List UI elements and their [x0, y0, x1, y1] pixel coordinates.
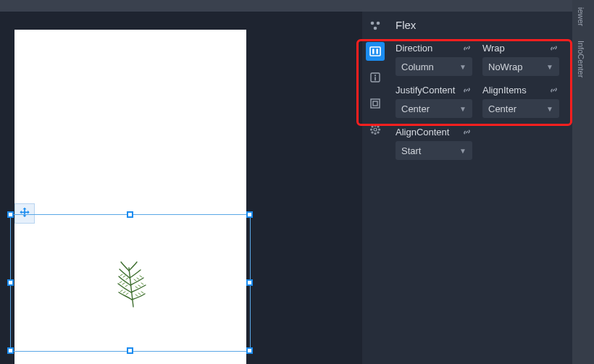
direction-dropdown[interactable]: Column ▼ [396, 57, 472, 76]
dropdown-value: NoWrap [488, 62, 522, 72]
dropdown-value: Center [488, 103, 516, 114]
prop-wrap: Wrap NoWrap ▼ [482, 41, 559, 76]
move-icon [17, 206, 32, 221]
svg-point-18 [372, 132, 373, 133]
svg-rect-9 [371, 99, 380, 108]
resize-handle[interactable] [7, 347, 14, 354]
top-toolbar [0, 0, 594, 12]
side-tab-infocenter[interactable]: InfoCenter [572, 33, 590, 85]
prop-label: Direction [396, 43, 432, 54]
link-icon[interactable] [548, 43, 559, 54]
align-content-dropdown[interactable]: Start ▼ [396, 141, 472, 160]
dropdown-value: Center [401, 103, 430, 114]
chevron-down-icon: ▼ [546, 63, 553, 71]
settings-category-icon[interactable] [366, 120, 385, 139]
justify-content-dropdown[interactable]: Center ▼ [396, 99, 472, 118]
prop-justify-content: JustifyContent Center ▼ [396, 83, 472, 118]
svg-point-16 [372, 126, 373, 127]
svg-point-2 [374, 27, 377, 30]
chevron-down-icon: ▼ [459, 105, 467, 113]
canvas-area[interactable] [0, 12, 362, 364]
prop-align-items: AlignItems Center ▼ [482, 83, 559, 118]
svg-rect-4 [372, 49, 375, 54]
chevron-down-icon: ▼ [546, 105, 553, 113]
svg-point-14 [371, 129, 372, 130]
properties-panel: Flex Direction Column ▼ Wrap NoWrap [362, 12, 572, 364]
resize-handle[interactable] [7, 211, 14, 218]
layout-category-icon[interactable] [366, 16, 385, 35]
svg-point-12 [375, 125, 376, 127]
box-category-icon[interactable] [366, 94, 385, 113]
resize-handle[interactable] [246, 279, 253, 286]
prop-direction: Direction Column ▼ [396, 41, 472, 76]
resize-handle[interactable] [7, 279, 14, 286]
link-icon[interactable] [548, 85, 559, 96]
link-icon[interactable] [461, 43, 472, 54]
svg-point-0 [371, 22, 375, 25]
wrap-dropdown[interactable]: NoWrap ▼ [482, 57, 559, 76]
svg-rect-8 [375, 77, 376, 80]
svg-point-7 [375, 75, 376, 76]
chevron-down-icon: ▼ [459, 63, 467, 71]
prop-label: JustifyContent [396, 85, 455, 96]
flex-category-icon[interactable] [366, 42, 385, 61]
side-tab-strip: iewer InfoCenter [572, 0, 594, 364]
move-tool-indicator[interactable] [14, 203, 35, 224]
svg-point-13 [375, 133, 376, 135]
link-icon[interactable] [461, 85, 472, 96]
svg-point-1 [377, 22, 380, 25]
svg-rect-5 [376, 49, 378, 54]
info-category-icon[interactable] [366, 68, 385, 87]
svg-rect-3 [370, 47, 380, 56]
chevron-down-icon: ▼ [459, 147, 467, 155]
resize-handle[interactable] [246, 347, 253, 354]
prop-label: Wrap [482, 43, 505, 54]
svg-point-15 [379, 129, 380, 130]
panel-icon-column [362, 12, 388, 364]
align-items-dropdown[interactable]: Center ▼ [482, 99, 559, 118]
link-icon[interactable] [461, 127, 472, 137]
svg-point-11 [374, 128, 377, 131]
panel-title: Flex [391, 16, 564, 38]
resize-handle[interactable] [246, 211, 253, 218]
side-tab-viewer[interactable]: iewer [572, 0, 590, 33]
svg-point-17 [377, 126, 379, 127]
prop-align-content: AlignContent Start ▼ [396, 125, 472, 160]
prop-label: AlignItems [482, 85, 527, 96]
dropdown-value: Start [401, 145, 421, 156]
svg-rect-10 [373, 101, 377, 106]
dropdown-value: Column [401, 62, 434, 72]
svg-point-19 [377, 132, 379, 133]
artboard[interactable] [14, 30, 246, 364]
prop-label: AlignContent [396, 127, 449, 137]
